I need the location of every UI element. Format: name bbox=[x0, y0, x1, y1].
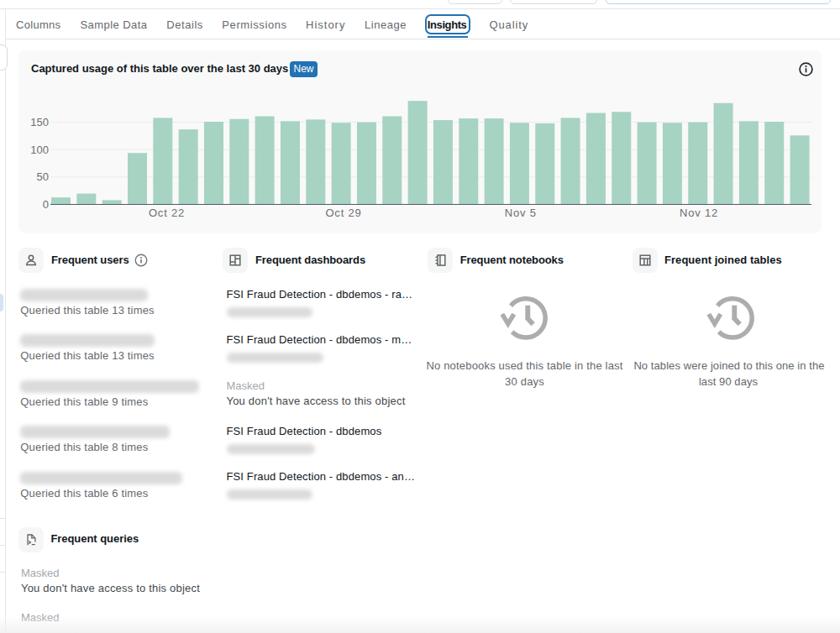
svg-text:100: 100 bbox=[30, 144, 49, 156]
svg-text:Nov 12: Nov 12 bbox=[680, 207, 718, 219]
svg-text:Oct 22: Oct 22 bbox=[149, 207, 185, 219]
svg-text:Oct 29: Oct 29 bbox=[325, 207, 361, 219]
svg-text:0: 0 bbox=[43, 198, 49, 211]
svg-text:150: 150 bbox=[30, 116, 49, 128]
svg-text:Nov 5: Nov 5 bbox=[505, 207, 537, 219]
svg-text:50: 50 bbox=[37, 170, 49, 183]
